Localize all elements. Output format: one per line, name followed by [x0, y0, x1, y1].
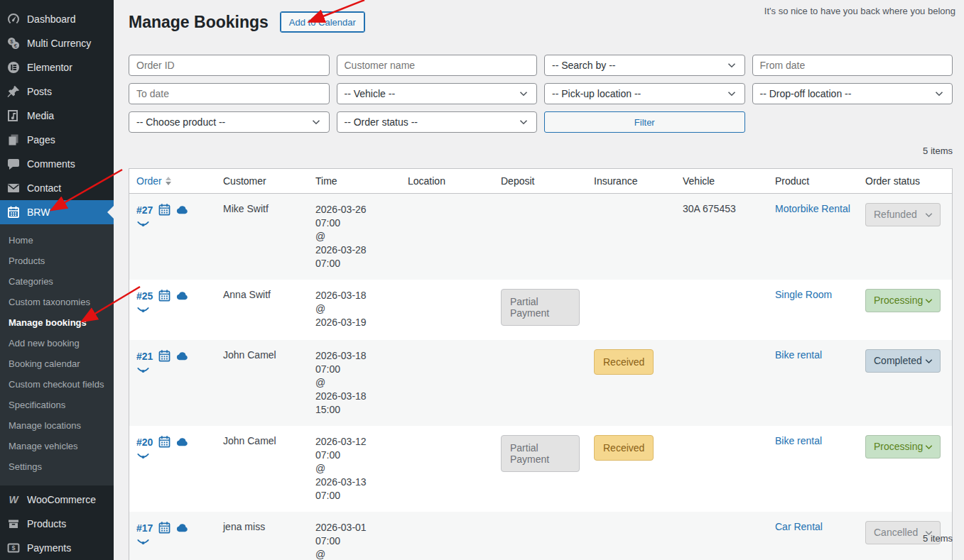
view-booking-icon[interactable] — [136, 449, 150, 462]
product-cell: Bike rental — [768, 426, 858, 512]
add-to-calendar-icon[interactable] — [158, 435, 171, 449]
customer-name-input[interactable] — [337, 55, 538, 76]
order-link[interactable]: #27 — [136, 204, 153, 216]
sidebar-item-label: Posts — [27, 86, 52, 97]
chevron-down-icon — [726, 60, 737, 71]
add-to-calendar-icon[interactable] — [158, 349, 171, 363]
time-separator: @ — [315, 462, 394, 476]
view-booking-icon[interactable] — [136, 302, 150, 316]
time-cell: 2026-03-01 07:00@2026-03-03 07:00 — [308, 512, 401, 560]
vehicle-cell: 30A 675453 — [676, 193, 768, 280]
payments-icon: $ — [6, 541, 21, 555]
sidebar-item-booking-calendar[interactable]: Booking calendar — [0, 353, 114, 374]
order-link[interactable]: #20 — [136, 437, 153, 448]
sidebar-item-add-new-booking[interactable]: Add new booking — [0, 333, 114, 353]
pickup-location-select[interactable]: -- Pick-up location -- — [544, 83, 745, 104]
sidebar-item-pages[interactable]: Pages — [0, 128, 114, 152]
order-link[interactable]: #21 — [136, 351, 153, 362]
main-content: It's so nice to have you back where you … — [114, 0, 964, 560]
sidebar-item-custom-taxonomies[interactable]: Custom taxonomies — [0, 292, 114, 312]
time-cell: 2026-03-26 07:00@2026-03-28 07:00 — [308, 193, 401, 280]
sidebar-item-manage-bookings[interactable]: Manage bookings — [0, 312, 114, 333]
order-cell: #17 — [129, 512, 216, 560]
table-header-order-status: Order status — [858, 169, 952, 193]
sidebar-item-categories[interactable]: Categories — [0, 271, 114, 292]
order-status-cell: Processing — [858, 280, 952, 340]
order-status-select[interactable]: Processing — [865, 289, 941, 312]
order-link[interactable]: #17 — [136, 522, 153, 534]
search-by-select[interactable]: -- Search by -- — [544, 55, 745, 76]
sidebar-item-payments[interactable]: $Payments — [0, 536, 114, 560]
order-status-select[interactable]: Processing — [865, 435, 941, 459]
order-id-input[interactable] — [129, 55, 330, 76]
received-badge[interactable]: Received — [594, 349, 654, 375]
product-link[interactable]: Single Room — [775, 289, 832, 300]
sidebar-item-label: Payments — [27, 542, 71, 554]
to-date-input[interactable] — [129, 83, 330, 104]
sidebar-item-dashboard[interactable]: Dashboard — [0, 7, 114, 31]
sort-order-control[interactable]: Order — [136, 175, 171, 187]
add-to-calendar-icon[interactable] — [158, 203, 171, 216]
sidebar-item-posts[interactable]: Posts — [0, 79, 114, 104]
product-link[interactable]: Car Rental — [775, 521, 823, 532]
sidebar-item-contact[interactable]: Contact — [0, 176, 114, 200]
view-booking-icon[interactable] — [136, 216, 150, 230]
select-value: -- Vehicle -- — [345, 88, 396, 99]
cloud-sync-icon[interactable] — [175, 349, 189, 363]
sidebar-item-products[interactable]: Products — [0, 251, 114, 271]
add-to-calendar-icon[interactable] — [158, 289, 171, 302]
filter-button[interactable]: Filter — [544, 111, 745, 133]
bookings-table: OrderCustomerTimeLocationDepositInsuranc… — [129, 168, 953, 560]
add-to-calendar-button[interactable]: Add to Calendar — [280, 11, 365, 33]
sidebar-item-specifications[interactable]: Specifications — [0, 395, 114, 415]
sidebar-item-products[interactable]: Products — [0, 512, 114, 536]
sidebar-item-label: Dashboard — [27, 13, 76, 25]
add-to-calendar-icon[interactable] — [158, 521, 171, 534]
cloud-sync-icon[interactable] — [175, 435, 189, 449]
cloud-sync-icon[interactable] — [175, 203, 189, 216]
order-status-select[interactable]: -- Order status -- — [337, 111, 538, 133]
sidebar-item-manage-vehicles[interactable]: Manage vehicles — [0, 436, 114, 456]
sidebar-item-comments[interactable]: Comments — [0, 152, 114, 176]
sidebar-item-label: WooCommerce — [27, 494, 96, 505]
product-link[interactable]: Bike rental — [775, 435, 822, 446]
cloud-sync-icon[interactable] — [175, 289, 189, 302]
choose-product-select[interactable]: -- Choose product -- — [129, 111, 330, 133]
order-status-cell: Processing — [858, 426, 952, 512]
sidebar-item-label: Multi Currency — [27, 38, 91, 49]
vehicle-select[interactable]: -- Vehicle -- — [337, 83, 538, 104]
deposit-cell — [494, 512, 587, 560]
time-cell: 2026-03-12 07:00@2026-03-13 07:00 — [308, 426, 401, 512]
partial-payment-badge[interactable]: Partial Payment — [501, 435, 580, 472]
order-status-select[interactable]: Refunded — [865, 203, 941, 226]
dropoff-location-select[interactable]: -- Drop-off location -- — [752, 83, 953, 104]
table-row: #20John Camel2026-03-12 07:00@2026-03-13… — [129, 426, 952, 512]
sidebar-item-label: Elementor — [27, 62, 72, 73]
table-header-product: Product — [768, 169, 858, 193]
view-booking-icon[interactable] — [136, 363, 150, 376]
view-booking-icon[interactable] — [136, 534, 150, 548]
order-link[interactable]: #25 — [136, 290, 153, 302]
sidebar-item-manage-locations[interactable]: Manage locations — [0, 415, 114, 436]
cloud-sync-icon[interactable] — [175, 521, 189, 534]
sidebar-item-settings[interactable]: Settings — [0, 456, 114, 477]
order-status-select[interactable]: Completed — [865, 349, 941, 373]
customer-cell: Mike Switf — [216, 193, 308, 280]
sidebar-item-home[interactable]: Home — [0, 230, 114, 251]
select-value: -- Search by -- — [552, 60, 615, 71]
status-value: Processing — [874, 295, 923, 306]
media-icon — [6, 109, 21, 123]
partial-payment-badge[interactable]: Partial Payment — [501, 289, 580, 326]
sidebar-item-elementor[interactable]: Elementor — [0, 55, 114, 79]
product-link[interactable]: Motorbike Rental — [775, 203, 850, 214]
sidebar-item-multi-currency[interactable]: $€Multi Currency — [0, 31, 114, 55]
product-link[interactable]: Bike rental — [775, 349, 822, 361]
from-date-input[interactable] — [752, 55, 953, 76]
sidebar-item-custom-checkout-fields[interactable]: Custom checkout fields — [0, 374, 114, 395]
received-badge[interactable]: Received — [594, 435, 654, 461]
sidebar-item-brw[interactable]: BRW — [0, 200, 114, 224]
sidebar-item-woocommerce[interactable]: WWooCommerce — [0, 488, 114, 512]
pages-icon — [6, 133, 21, 147]
sidebar-item-media[interactable]: Media — [0, 104, 114, 128]
sort-icon — [166, 177, 171, 185]
